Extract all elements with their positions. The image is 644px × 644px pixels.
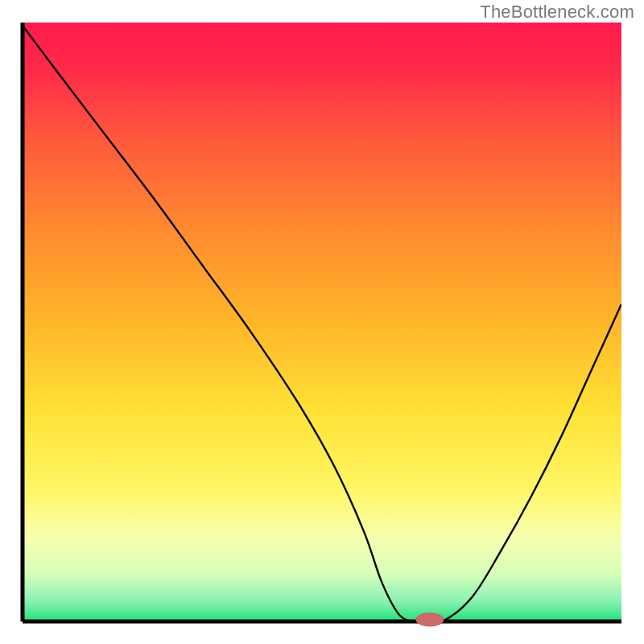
bottleneck-chart [0,0,644,644]
optimal-point-marker [416,613,444,626]
watermark-text: TheBottleneck.com [480,2,634,23]
gradient-background [23,23,621,621]
